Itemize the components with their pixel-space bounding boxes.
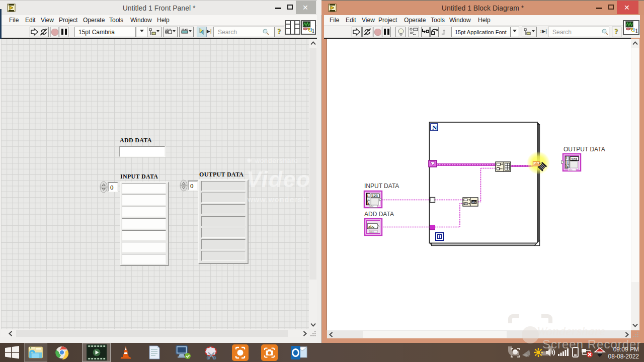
svg-text:OUTPUT DATA: OUTPUT DATA — [564, 146, 605, 153]
svg-text:i: i — [439, 234, 440, 240]
svg-text:abc: abc — [370, 231, 374, 233]
svg-text:123: 123 — [372, 194, 378, 198]
svg-text:abc: abc — [370, 205, 374, 208]
svg-text:ADD DATA: ADD DATA — [364, 211, 394, 218]
svg-text:abc: abc — [569, 168, 573, 171]
svg-text:abc: abc — [368, 224, 374, 229]
svg-text:N: N — [432, 124, 437, 131]
svg-text:INPUT DATA: INPUT DATA — [364, 183, 399, 190]
svg-text:123: 123 — [571, 157, 577, 161]
svg-text:abc: abc — [472, 201, 477, 204]
